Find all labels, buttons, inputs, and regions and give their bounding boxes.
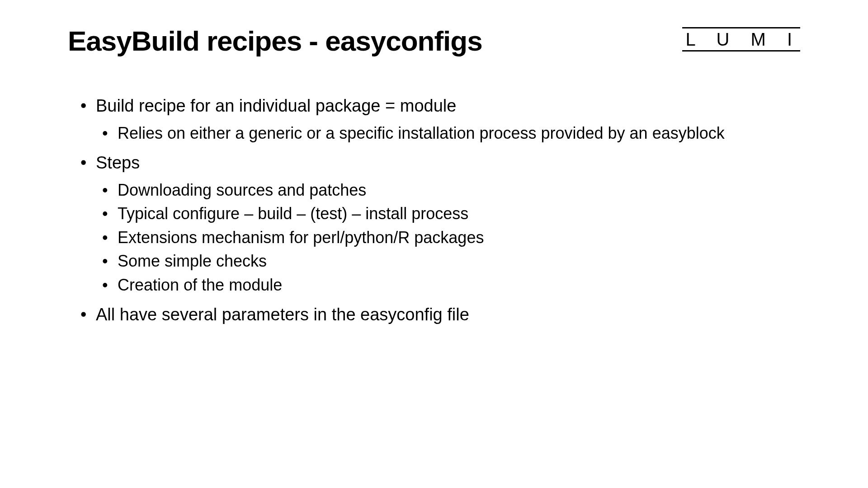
bullet-list-level2: Relies on either a generic or a specific… [96,122,800,145]
lumi-logo: L U M I [682,27,800,52]
bullet-text: Steps [96,153,140,172]
list-item: Creation of the module [96,274,800,296]
bullet-text: Extensions mechanism for perl/python/R p… [118,228,484,247]
list-item: All have several parameters in the easyc… [77,302,800,328]
list-item: Downloading sources and patches [96,179,800,202]
list-item: Build recipe for an individual package =… [77,93,800,145]
bullet-text: All have several parameters in the easyc… [96,305,469,324]
list-item: Extensions mechanism for perl/python/R p… [96,227,800,249]
slide-content: Build recipe for an individual package =… [68,93,800,328]
list-item: Relies on either a generic or a specific… [96,122,800,145]
list-item: Steps Downloading sources and patches Ty… [77,150,800,296]
list-item: Some simple checks [96,250,800,272]
list-item: Typical configure – build – (test) – ins… [96,203,800,225]
slide-title: EasyBuild recipes - easyconfigs [68,25,482,57]
slide-header: EasyBuild recipes - easyconfigs L U M I [68,25,800,57]
bullet-text: Some simple checks [118,252,267,270]
bullet-text: Relies on either a generic or a specific… [118,124,725,142]
bullet-text: Build recipe for an individual package =… [96,96,456,115]
bullet-text: Typical configure – build – (test) – ins… [118,204,468,223]
bullet-text: Downloading sources and patches [118,181,366,199]
bullet-list-level2: Downloading sources and patches Typical … [96,179,800,296]
bullet-list-level1: Build recipe for an individual package =… [77,93,800,328]
bullet-text: Creation of the module [118,276,282,294]
